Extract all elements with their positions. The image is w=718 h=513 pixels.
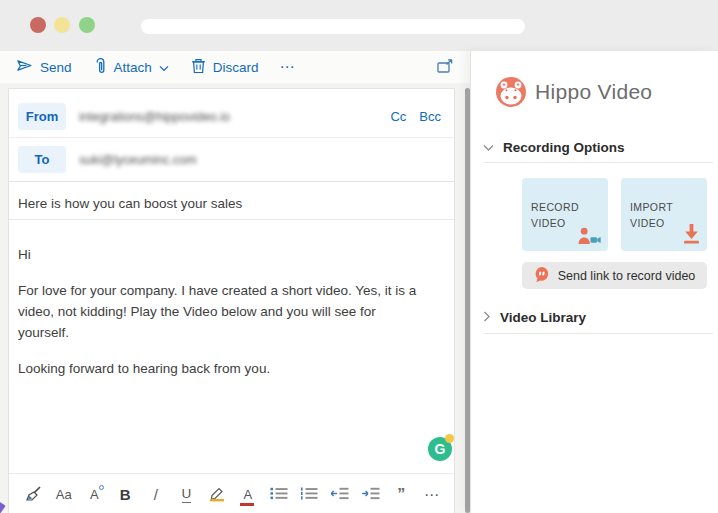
app-name: Hippo Video xyxy=(535,80,652,104)
subject-input[interactable]: Here is how you can boost your sales xyxy=(18,188,441,219)
indent-icon xyxy=(361,487,380,503)
minimize-window-button[interactable] xyxy=(54,17,70,33)
more-options-button[interactable]: ⋯ xyxy=(280,58,296,76)
grammarly-letter: G xyxy=(435,441,446,457)
from-button[interactable]: From xyxy=(18,103,66,130)
attach-button[interactable]: Attach xyxy=(89,53,174,82)
app-window: Send Attach Discard ⋯ xyxy=(0,0,718,513)
to-address[interactable]: suki@lyceuminc.com xyxy=(79,146,197,173)
zoom-window-button[interactable] xyxy=(79,17,95,33)
chevron-down-icon xyxy=(159,60,169,75)
format-painter-icon xyxy=(24,485,42,505)
grammarly-notification-dot xyxy=(445,434,454,443)
highlighter-icon xyxy=(208,485,226,505)
browser-titlebar xyxy=(0,0,718,51)
paperclip-icon xyxy=(94,57,107,78)
recording-options-label: Recording Options xyxy=(503,140,625,155)
popout-icon xyxy=(437,62,454,77)
record-video-label: RECORD VIDEO xyxy=(531,201,579,229)
chevron-down-icon xyxy=(483,140,494,155)
row-divider xyxy=(9,137,454,138)
trash-icon xyxy=(191,57,206,77)
discard-button[interactable]: Discard xyxy=(186,53,264,81)
from-address[interactable]: integrations@hippovideo.io xyxy=(79,103,230,130)
bullet-list-button[interactable] xyxy=(269,483,289,507)
bullet-list-icon xyxy=(270,487,288,503)
grammarly-icon[interactable]: G xyxy=(428,437,452,461)
font-color-bar xyxy=(240,503,254,506)
record-video-button[interactable]: RECORD VIDEO xyxy=(522,178,608,251)
underline-button[interactable]: U xyxy=(176,483,196,507)
cc-bcc-group: Cc Bcc xyxy=(390,103,441,130)
underline-letter: U xyxy=(182,486,192,503)
send-link-label: Send link to record video xyxy=(558,269,696,283)
mail-compose-area: Send Attach Discard ⋯ xyxy=(0,51,470,513)
chat-bubble-icon xyxy=(534,266,551,286)
hippo-video-logo-icon xyxy=(496,77,526,107)
recording-options-header[interactable]: Recording Options xyxy=(483,140,625,155)
video-library-header[interactable]: Video Library xyxy=(483,310,586,325)
outdent-icon xyxy=(330,487,349,503)
video-library-label: Video Library xyxy=(500,310,586,325)
font-size-button[interactable]: A xyxy=(84,483,104,507)
attach-label: Attach xyxy=(114,60,152,75)
message-body-editor[interactable]: Hi For love for your company. I have cre… xyxy=(18,244,430,394)
discard-label: Discard xyxy=(213,60,259,75)
to-button[interactable]: To xyxy=(18,146,66,173)
address-bar[interactable] xyxy=(141,19,525,34)
compose-toolbar: Send Attach Discard ⋯ xyxy=(0,51,470,83)
size-indicator xyxy=(99,485,104,490)
chevron-right-icon xyxy=(483,310,491,325)
quote-button[interactable]: ” xyxy=(391,483,411,507)
hippo-video-panel: Hippo Video Recording Options RECORD VID… xyxy=(470,51,718,513)
send-label: Send xyxy=(40,60,72,75)
italic-button[interactable]: / xyxy=(146,483,166,507)
numbered-list-icon xyxy=(300,487,318,503)
indent-button[interactable] xyxy=(361,483,381,507)
import-video-label: IMPORT VIDEO xyxy=(630,201,673,229)
popout-button[interactable] xyxy=(437,59,454,77)
import-video-button[interactable]: IMPORT VIDEO xyxy=(621,178,707,251)
row-divider xyxy=(9,181,454,182)
bold-button[interactable]: B xyxy=(115,483,135,507)
close-window-button[interactable] xyxy=(30,17,46,33)
formatting-toolbar: Aa A B / U A xyxy=(9,474,454,513)
font-size-letter: A xyxy=(90,487,99,502)
font-color-letter: A xyxy=(243,487,252,502)
format-painter-button[interactable] xyxy=(23,483,43,507)
send-link-to-record-button[interactable]: Send link to record video xyxy=(522,262,707,289)
section-divider xyxy=(484,162,713,163)
cc-button[interactable]: Cc xyxy=(390,109,406,124)
body-paragraph: Looking forward to hearing back from you… xyxy=(18,358,430,379)
more-formatting-button[interactable]: ⋯ xyxy=(422,483,442,507)
outdent-button[interactable] xyxy=(330,483,350,507)
record-person-camera-icon xyxy=(578,227,601,244)
text-highlight-button[interactable] xyxy=(207,483,227,507)
font-color-button[interactable]: A xyxy=(238,483,258,507)
send-button[interactable]: Send xyxy=(10,54,77,80)
download-icon xyxy=(683,224,700,244)
compose-card: From integrations@hippovideo.io Cc Bcc T… xyxy=(8,88,455,513)
body-greeting: Hi xyxy=(18,244,430,265)
numbered-list-button[interactable] xyxy=(299,483,319,507)
send-icon xyxy=(15,58,33,76)
recording-options-cards: RECORD VIDEO IMPORT VIDEO xyxy=(522,178,707,251)
body-paragraph: For love for your company. I have create… xyxy=(18,280,430,343)
section-divider xyxy=(484,333,713,334)
row-divider xyxy=(9,219,454,220)
font-button[interactable]: Aa xyxy=(54,483,74,507)
bcc-button[interactable]: Bcc xyxy=(419,109,441,124)
